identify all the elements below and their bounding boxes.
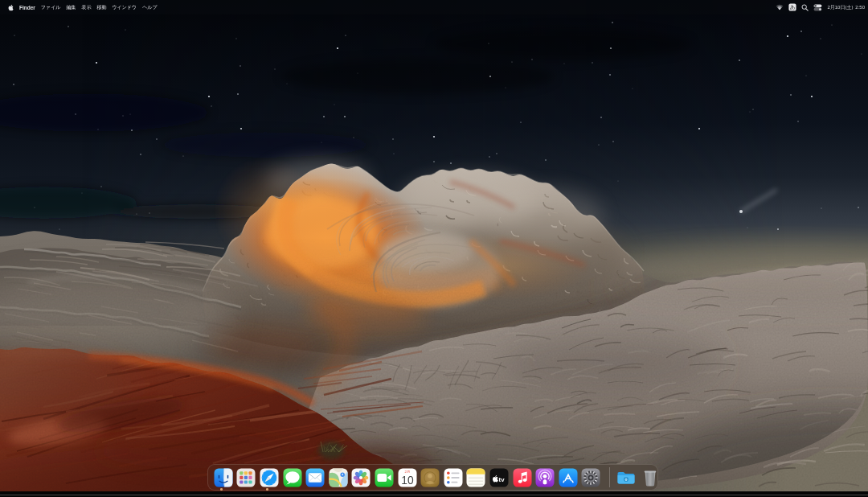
svg-text:あ: あ: [790, 4, 796, 10]
svg-text:10: 10: [401, 474, 414, 486]
svg-text:tv: tv: [499, 476, 506, 483]
svg-text:2月: 2月: [404, 469, 410, 473]
